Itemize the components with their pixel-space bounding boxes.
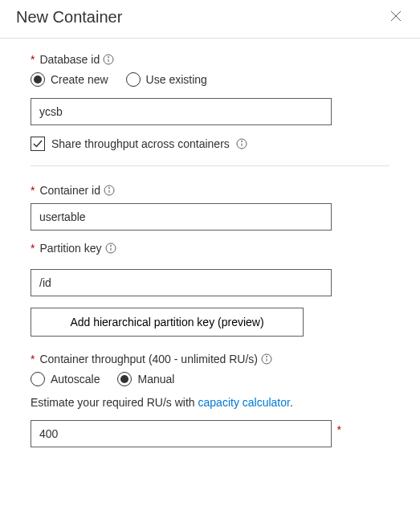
required-marker: * [337, 423, 341, 436]
throughput-input-wrap: * [31, 420, 332, 447]
info-icon[interactable] [236, 138, 247, 149]
container-id-input[interactable] [31, 203, 332, 231]
panel-title: New Container [16, 8, 122, 27]
throughput-mode-radio-group: Autoscale Manual [31, 372, 389, 386]
database-id-input[interactable] [31, 98, 332, 125]
radio-manual-label: Manual [137, 373, 174, 386]
radio-autoscale[interactable]: Autoscale [31, 372, 100, 386]
throughput-hint: Estimate your required RU/s with capacit… [31, 396, 389, 409]
info-icon[interactable] [104, 185, 115, 196]
svg-point-7 [110, 246, 111, 247]
add-hierarchical-key-button[interactable]: Add hierarchical partition key (preview) [31, 308, 304, 337]
svg-point-3 [241, 141, 242, 142]
close-button[interactable] [388, 10, 404, 26]
panel-header: New Container [0, 0, 420, 39]
container-id-label: * Container id [31, 184, 389, 197]
partition-key-label-text: Partition key [39, 242, 101, 255]
radio-autoscale-label: Autoscale [51, 373, 100, 386]
hint-suffix: . [290, 396, 293, 409]
panel-body: * Database id Create new Use existing Sh… [0, 39, 420, 447]
svg-point-9 [267, 357, 267, 357]
capacity-calculator-link[interactable]: capacity calculator [198, 396, 290, 409]
close-icon [390, 10, 402, 24]
radio-create-new[interactable]: Create new [31, 72, 108, 87]
throughput-input[interactable] [31, 420, 332, 447]
partition-key-label: * Partition key [31, 242, 389, 255]
required-marker: * [31, 242, 35, 255]
svg-point-1 [108, 57, 109, 58]
database-mode-radio-group: Create new Use existing [31, 72, 389, 87]
share-throughput-checkbox[interactable] [31, 137, 45, 151]
svg-point-5 [108, 188, 109, 189]
hint-prefix: Estimate your required RU/s with [31, 396, 198, 409]
database-id-label-text: Database id [39, 53, 100, 66]
radio-icon [31, 372, 45, 386]
throughput-label-text: Container throughput (400 - unlimited RU… [39, 353, 258, 365]
required-marker: * [31, 353, 35, 365]
info-icon[interactable] [103, 54, 114, 65]
share-throughput-label: Share throughput across containers [51, 137, 230, 150]
database-id-label: * Database id [31, 53, 389, 66]
required-marker: * [31, 53, 35, 66]
radio-icon [31, 72, 45, 87]
partition-key-input[interactable] [31, 269, 332, 296]
radio-icon [126, 72, 141, 87]
radio-manual[interactable]: Manual [117, 372, 174, 386]
radio-create-new-label: Create new [51, 73, 108, 86]
required-marker: * [31, 184, 35, 197]
info-icon[interactable] [105, 243, 116, 254]
section-divider [31, 165, 389, 166]
radio-use-existing-label: Use existing [146, 73, 207, 86]
share-throughput-row: Share throughput across containers [31, 137, 389, 151]
radio-use-existing[interactable]: Use existing [126, 72, 207, 87]
container-id-label-text: Container id [39, 184, 100, 197]
throughput-label: * Container throughput (400 - unlimited … [31, 353, 389, 365]
info-icon[interactable] [261, 353, 272, 365]
radio-icon [117, 372, 132, 386]
